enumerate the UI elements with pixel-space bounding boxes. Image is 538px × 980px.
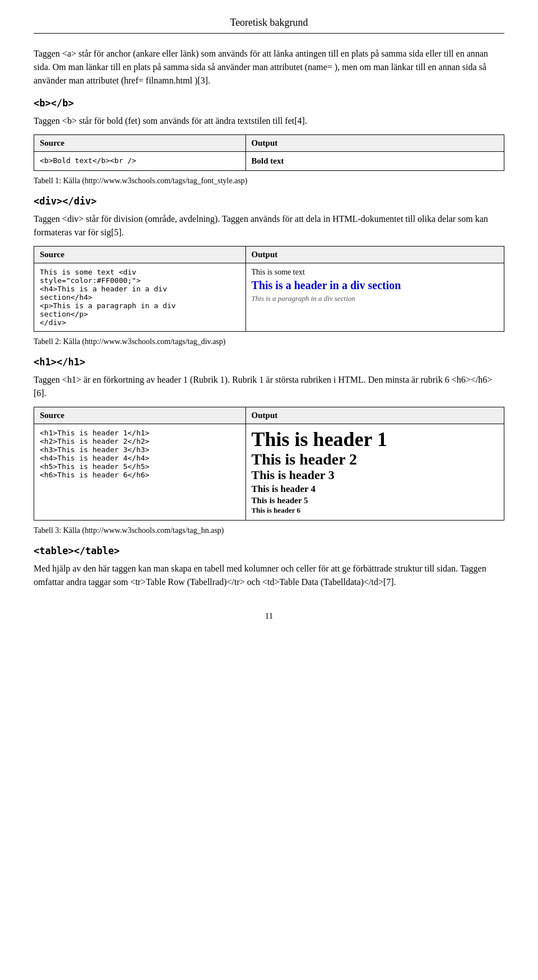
table1: Source Output <b>Bold text</b><br /> Bol…	[34, 134, 504, 171]
table3-h5-output: This is header 5	[252, 495, 498, 507]
table3-caption: Tabell 3: Källa (http://www.w3schools.co…	[34, 526, 504, 535]
table3-h1-output: This is header 1	[252, 429, 498, 451]
table1-output-header: Output	[245, 135, 504, 152]
table3-source-header: Source	[34, 407, 246, 424]
table-tag-heading: <table></table>	[34, 545, 504, 556]
table3-output-header: Output	[245, 407, 504, 424]
div-tag-heading: <div></div>	[34, 196, 504, 207]
table2-output-para: This is a paragraph in a div section	[252, 294, 498, 303]
table2-caption: Tabell 2: Källa (http://www.w3schools.co…	[34, 337, 504, 346]
table3-h3-output: This is header 3	[252, 468, 498, 482]
table2-output-header: Output	[245, 247, 504, 263]
table2: Source Output This is some text <div sty…	[34, 246, 504, 332]
table3-h4-output: This is header 4	[252, 483, 498, 495]
b-description: Taggen <b> står för bold (fet) som använ…	[34, 114, 504, 128]
table2-output-cell: This is some text This is a header in a …	[245, 263, 504, 332]
h1-description: Taggen <h1> är en förkortning av header …	[34, 373, 504, 400]
table2-output-text: This is some text	[252, 268, 498, 277]
table2-source-cell: This is some text <div style="color:#FF0…	[34, 263, 246, 332]
b-tag-heading: <b></b>	[34, 97, 504, 109]
table1-caption: Tabell 1: Källa (http://www.w3schools.co…	[34, 177, 504, 185]
table2-source-header: Source	[34, 247, 246, 263]
table3-h6-output: This is header 6	[252, 506, 498, 515]
table1-output-cell: Bold text	[245, 152, 504, 171]
table-description: Med hjälp av den här taggen kan man skap…	[34, 562, 504, 589]
table3-output-cell: This is header 1 This is header 2 This i…	[245, 424, 504, 521]
div-description: Taggen <div> står för division (område, …	[34, 212, 504, 239]
table1-source-header: Source	[34, 135, 246, 152]
table1-source-cell: <b>Bold text</b><br />	[34, 152, 246, 171]
intro-para1: Taggen <a> står för anchor (ankare eller…	[34, 47, 504, 87]
table3: Source Output <h1>This is header 1</h1> …	[34, 407, 504, 521]
h1-tag-heading: <h1></h1>	[34, 356, 504, 368]
table2-output-header-text: This is a header in a div section	[252, 279, 498, 292]
table3-source-cell: <h1>This is header 1</h1> <h2>This is he…	[34, 424, 246, 521]
page-title: Teoretisk bakgrund	[34, 17, 504, 34]
table1-bold-output: Bold text	[252, 156, 284, 165]
table3-h2-output: This is header 2	[252, 451, 498, 468]
page-number: 11	[34, 611, 504, 621]
